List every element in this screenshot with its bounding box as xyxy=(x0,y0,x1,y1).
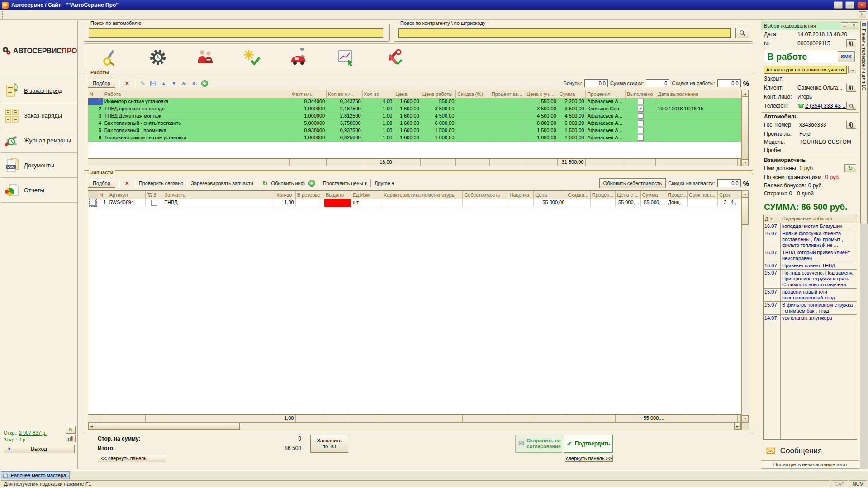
works-table-row[interactable]: 6 Топливная рампа снятие установка 1,000… xyxy=(88,134,741,142)
move-up-icon[interactable]: ▲ xyxy=(160,79,168,87)
col-header[interactable]: Процен... xyxy=(591,191,616,199)
works-table-row[interactable]: 1 Инжектор снятие установка 0,344000 0,3… xyxy=(88,98,741,105)
sms-button[interactable]: SMS xyxy=(838,51,855,62)
refresh-info-button[interactable]: Обновить инф. xyxy=(271,180,306,186)
col-header[interactable]: Цена с уч. ... xyxy=(525,90,558,98)
estimate-tools-icon[interactable] xyxy=(101,48,120,67)
collapse-panel-right-button[interactable]: свернуть панель >> xyxy=(565,455,613,462)
col-header[interactable]: Ед.Изм. xyxy=(351,191,382,199)
parts-vertical-scrollbar[interactable]: ▲ ▼ xyxy=(741,190,749,422)
owe-value[interactable]: 0 руб. xyxy=(800,165,815,171)
section-pick-button[interactable]: ... xyxy=(848,66,856,73)
delete-row-icon[interactable]: × xyxy=(123,79,131,87)
works-table-row[interactable]: 5 Бак топливный - промывка 0,938000 0,93… xyxy=(88,127,741,134)
sort-asc-icon[interactable]: А↓ xyxy=(180,79,189,87)
done-checkbox[interactable] xyxy=(638,128,644,133)
col-header[interactable]: Факт н.ч. xyxy=(290,90,327,98)
col-header[interactable]: Работа xyxy=(103,90,290,98)
col-header[interactable]: Характеристика номенклатуры xyxy=(382,191,463,199)
reserve-parts-button[interactable]: Зарезервировать запчасти xyxy=(191,180,253,186)
col-header[interactable]: Процент ав... xyxy=(490,90,525,98)
set-prices-button[interactable]: Проставить цены▾ xyxy=(323,180,367,186)
menu-item[interactable] xyxy=(55,14,63,16)
event-row[interactable]: 16.07 Привезет клиент ТНВД xyxy=(764,262,857,270)
refresh-balance-button[interactable]: ↻ xyxy=(844,164,856,172)
col-header[interactable]: Выдано xyxy=(324,191,351,199)
menu-item[interactable] xyxy=(22,14,30,16)
refresh-cash-icon[interactable]: ↻ xyxy=(66,426,76,434)
menu-item[interactable] xyxy=(47,14,55,16)
counterparty-search-button[interactable] xyxy=(735,28,749,38)
car-client-icon[interactable] xyxy=(289,48,308,67)
col-header[interactable]: Цена с ... xyxy=(616,191,641,199)
done-checkbox[interactable] xyxy=(638,113,644,119)
scroll-up-icon[interactable]: ▲ xyxy=(742,90,749,97)
scroll-right-icon[interactable]: ▶ xyxy=(734,423,741,430)
scroll-up-icon[interactable]: ▲ xyxy=(742,191,749,198)
discount-sum-input[interactable] xyxy=(646,79,669,87)
done-checkbox[interactable]: ✔ xyxy=(638,106,644,112)
sidebar-item-reports[interactable]: Отчеты xyxy=(1,178,77,203)
done-checkbox[interactable] xyxy=(638,99,644,104)
scroll-left-icon[interactable]: ◀ xyxy=(88,423,95,430)
col-header[interactable]: Скидка... xyxy=(566,191,591,199)
parts-table-row[interactable]: 1 5WS40694 ТНВД 1,00 шт 55 000,00 55 000… xyxy=(88,199,741,207)
menu-item[interactable] xyxy=(30,14,38,16)
work-section-input[interactable] xyxy=(764,66,847,74)
bonus-input[interactable] xyxy=(584,79,608,87)
works-table-row[interactable]: 4 Бак топливный - снять/поставить 5,0000… xyxy=(88,120,741,127)
event-row[interactable]: 14.07 vcv клапан .плунжера xyxy=(764,315,857,322)
menu-item[interactable] xyxy=(6,14,14,16)
col-header[interactable]: Цена работы xyxy=(421,90,456,98)
col-header[interactable]: В резерве xyxy=(296,191,324,199)
vehicle-search-input[interactable] xyxy=(89,28,383,38)
col-header[interactable]: Сумма xyxy=(641,191,667,199)
messages-link[interactable]: ✉ Сообщения xyxy=(761,441,859,460)
event-row[interactable]: 15.07 По тнвд озвучено. Под замену. При … xyxy=(764,270,857,289)
close-button[interactable]: × xyxy=(857,1,866,9)
spark-check-icon[interactable] xyxy=(242,48,261,67)
col-header[interactable]: Кол-во н.ч. xyxy=(327,90,362,98)
send-approval-button[interactable]: ✉ Отправить насогласование xyxy=(515,435,562,453)
phone-value[interactable]: 2 (354) 333-43-... xyxy=(805,103,846,109)
clients-icon[interactable] xyxy=(195,48,214,67)
add-part-icon[interactable]: + xyxy=(308,180,315,187)
events-text-header[interactable]: Содержание события xyxy=(780,215,857,223)
parts-discount-input[interactable] xyxy=(717,179,741,187)
col-header[interactable]: N xyxy=(88,90,103,98)
department-pick-button[interactable]: ... xyxy=(841,22,849,29)
col-header[interactable]: Цена xyxy=(394,90,421,98)
sort-desc-icon[interactable]: Я↓ xyxy=(191,79,199,87)
col-header[interactable]: N xyxy=(98,191,108,199)
menu-item[interactable] xyxy=(71,14,79,16)
open-cash-value[interactable]: 2 907 837 р. xyxy=(19,430,47,436)
sidebar-item-repair-journal[interactable]: Журнал ремзоны xyxy=(1,128,77,153)
menu-drag-handle[interactable] xyxy=(2,11,4,19)
view-unsaved-button[interactable]: Посмотреть незаписанные авто xyxy=(761,460,859,468)
col-header[interactable]: Наценка xyxy=(508,191,534,199)
add-row-icon[interactable]: + xyxy=(201,80,208,87)
menu-item[interactable] xyxy=(87,14,95,16)
save-icon[interactable] xyxy=(149,79,157,87)
order-checkbox[interactable] xyxy=(151,200,157,206)
event-row[interactable]: 16.07 Новые форсунки клиента поставлены … xyxy=(764,230,857,249)
col-header[interactable]: Запчасть xyxy=(163,191,275,199)
event-row[interactable]: 15.07 процени новый или восстановленный … xyxy=(764,289,857,302)
done-checkbox[interactable] xyxy=(638,135,644,141)
col-header[interactable]: Цена xyxy=(534,191,566,199)
fill-by-maintenance-button[interactable]: Заполнить по ТО xyxy=(310,435,348,453)
attachments-button[interactable] xyxy=(846,39,856,47)
menu-item[interactable] xyxy=(79,14,87,16)
update-cost-button[interactable]: Обновить себестоимость xyxy=(599,178,666,188)
sidebar-item-to-order[interactable]: В заказ-наряд xyxy=(1,78,77,103)
col-header[interactable]: Себестоимость xyxy=(463,191,508,199)
col-header[interactable]: Сумма xyxy=(558,90,586,98)
menu-item[interactable] xyxy=(14,14,22,16)
works-discount-input[interactable] xyxy=(717,79,741,87)
works-table-row[interactable]: 3 ТНВД Демонтаж монтаж 1,000000 2,812500… xyxy=(88,113,741,120)
menu-item[interactable] xyxy=(95,14,104,16)
events-date-header[interactable]: Д▼ xyxy=(764,215,780,223)
col-header[interactable]: Проце... xyxy=(666,191,688,199)
delete-part-icon[interactable]: × xyxy=(123,179,131,187)
works-pick-button[interactable]: Подбор xyxy=(88,79,115,88)
